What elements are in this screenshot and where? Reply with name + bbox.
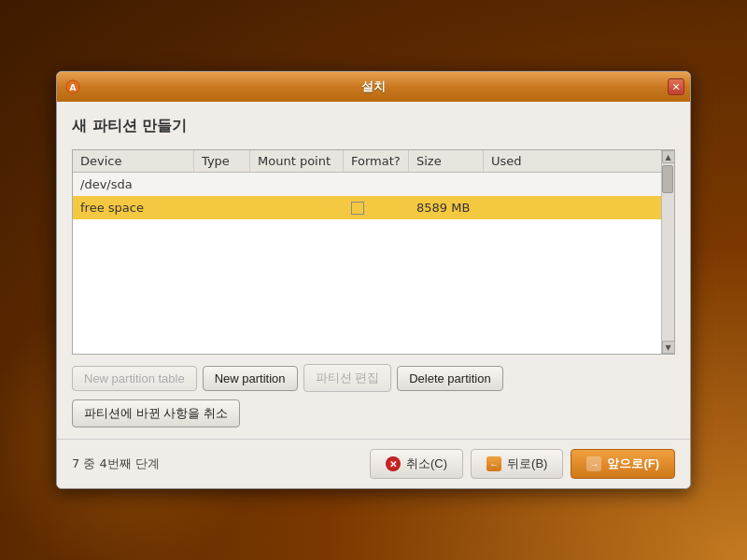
back-button[interactable]: ← 뒤로(B): [471, 449, 563, 479]
back-icon: ←: [486, 456, 501, 471]
svg-text:A: A: [70, 83, 77, 92]
footer-buttons: ✕ 취소(C) ← 뒤로(B) → 앞으로(F): [370, 449, 675, 479]
col-size: Size: [409, 150, 484, 172]
scrollbar-up[interactable]: ▲: [662, 150, 675, 163]
free-space-size: 8589 MB: [409, 199, 484, 217]
close-icon: ✕: [671, 81, 680, 93]
revert-button-row: 파티션에 바뀐 사항을 취소: [72, 399, 675, 427]
device-type: [194, 175, 250, 193]
delete-partition-button[interactable]: Delete partition: [397, 366, 502, 391]
format-checkbox: [351, 202, 364, 215]
dialog-body: 새 파티션 만들기 Device Type Mount point Format…: [57, 102, 690, 439]
col-type: Type: [194, 150, 250, 172]
cancel-label: 취소(C): [406, 455, 447, 472]
back-label: 뒤로(B): [507, 455, 547, 472]
new-partition-button[interactable]: New partition: [203, 366, 298, 391]
scrollbar-track[interactable]: [662, 163, 675, 341]
step-label: 7 중 4번째 단계: [72, 455, 160, 472]
forward-button[interactable]: → 앞으로(F): [571, 449, 675, 479]
titlebar: A 설치 ✕: [57, 72, 690, 102]
partition-buttons: New partition table New partition 파티션 편집…: [72, 364, 675, 392]
device-row[interactable]: /dev/sda: [73, 173, 661, 196]
forward-icon: →: [586, 456, 601, 471]
free-space-type: [194, 199, 250, 217]
scrollbar-thumb: [662, 165, 673, 193]
footer: 7 중 4번째 단계 ✕ 취소(C) ← 뒤로(B) → 앞으로(F): [57, 439, 690, 488]
free-space-label: free space: [73, 199, 194, 217]
scrollbar-down[interactable]: ▼: [662, 341, 675, 354]
device-size: [409, 175, 484, 193]
free-space-used: [484, 199, 661, 217]
close-button[interactable]: ✕: [668, 78, 684, 95]
device-name: /dev/sda: [73, 175, 194, 193]
table-header: Device Type Mount point Format? Size Use…: [73, 150, 661, 173]
free-space-format: [344, 199, 409, 217]
main-dialog: A 설치 ✕ 새 파티션 만들기 Device Type Mount point…: [56, 71, 691, 489]
col-format: Format?: [344, 150, 409, 172]
forward-label: 앞으로(F): [607, 455, 659, 472]
edit-partition-button[interactable]: 파티션 편집: [303, 364, 392, 392]
table-scrollbar: ▲ ▼: [661, 150, 674, 354]
cancel-button[interactable]: ✕ 취소(C): [370, 449, 463, 479]
revert-partitions-button[interactable]: 파티션에 바뀐 사항을 취소: [72, 399, 240, 427]
device-format: [344, 175, 409, 193]
partition-table: Device Type Mount point Format? Size Use…: [73, 150, 661, 354]
free-space-mountpoint: [250, 199, 344, 217]
device-mountpoint: [250, 175, 344, 193]
new-partition-table-button[interactable]: New partition table: [72, 366, 197, 391]
device-used: [484, 175, 661, 193]
window-title: 설치: [361, 78, 386, 95]
cancel-icon: ✕: [386, 456, 401, 471]
col-device: Device: [73, 150, 194, 172]
col-used: Used: [484, 150, 661, 172]
partition-table-container: Device Type Mount point Format? Size Use…: [72, 149, 675, 355]
dialog-heading: 새 파티션 만들기: [72, 117, 675, 136]
titlebar-icon: A: [64, 78, 81, 95]
col-mountpoint: Mount point: [250, 150, 344, 172]
free-space-row[interactable]: free space 8589 MB: [73, 196, 661, 219]
